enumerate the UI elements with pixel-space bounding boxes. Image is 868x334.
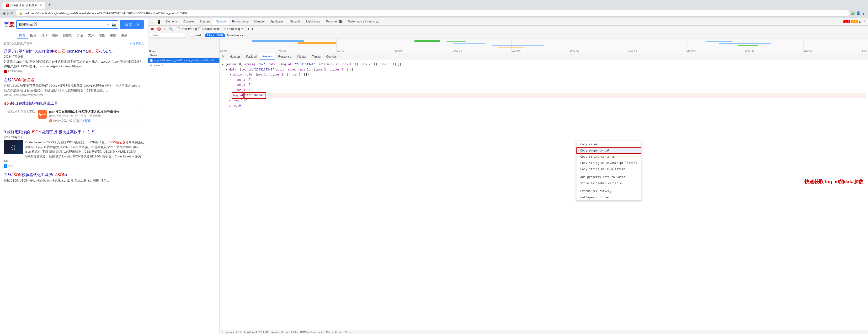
invert-checkbox[interactable] — [190, 34, 193, 37]
dt-device-btn[interactable]: 📱 — [155, 18, 163, 25]
result-title-3[interactable]: json接口在线测试-在线调试工具 — [4, 101, 144, 106]
devtools-panel: ⬚ 📱 Elements Console Sources Network Per… — [148, 18, 868, 334]
record-btn[interactable]: ⏺ — [150, 27, 155, 31]
download-btn[interactable]: ⬇ — [251, 27, 254, 31]
detail-tab-response[interactable]: Response — [275, 53, 294, 60]
json-root-expanded: ▼ data: {log_id: "2758164341", action_ru… — [222, 67, 866, 109]
devtools-settings-btn[interactable]: ⚙ — [859, 20, 862, 24]
nav-image[interactable]: 图片 — [28, 32, 39, 39]
search-box[interactable]: json验证器 ✕ 📷 — [16, 20, 118, 29]
json-pos2-row[interactable]: ▶ pos_2: [] — [233, 83, 866, 88]
new-tab-btn[interactable]: + — [46, 1, 53, 8]
preserve-log-label[interactable]: Preserve log — [177, 27, 197, 31]
search-tools-btn[interactable]: ▼ 搜索工具 — [129, 41, 144, 45]
ctx-copy-string-contents[interactable]: Copy string contents — [577, 154, 641, 160]
search-submit-btn[interactable]: 百度一下 — [120, 20, 144, 29]
nav-map[interactable]: 地图 — [97, 32, 108, 39]
disable-cache-label[interactable]: Disable cache — [198, 27, 220, 31]
devtools-more-btn[interactable]: ⋮ — [863, 20, 866, 24]
action-rule-arrow[interactable]: ▼ — [230, 72, 232, 77]
filter-input[interactable] — [150, 33, 186, 38]
json-log-id-row[interactable]: ▶ log_id: "2758164341" — [229, 93, 866, 98]
tab-performance[interactable]: Performance — [229, 18, 251, 26]
detail-tab-timing[interactable]: Timing — [309, 53, 323, 60]
menu-btn[interactable]: ⋮ — [862, 11, 866, 16]
detail-tab-headers[interactable]: Headers — [227, 53, 243, 60]
browser-tab[interactable]: 百 json验证器_百度搜索 ✕ — [2, 2, 45, 9]
ctx-copy-value[interactable]: Copy value — [577, 141, 641, 147]
ctx-expand-recursively[interactable]: Expand recursively — [577, 188, 641, 194]
ctx-store-global[interactable]: Store as global variable — [577, 180, 641, 186]
tab-perf-insights[interactable]: Performance insights 🔬 — [345, 18, 382, 26]
result-title-4[interactable]: 9 款好用到爆的 JSON 处理工具,极大提高效率！- 知乎 — [4, 130, 144, 135]
json-pos1-row[interactable]: ▶ pos_1: [] — [233, 78, 866, 83]
filter-toggle-btn[interactable]: ▽ — [163, 27, 167, 31]
root-content: {errno: 0, errmsg: "ok", data: {log_id: … — [225, 62, 401, 67]
tab-network[interactable]: Network — [213, 18, 229, 26]
result-title-1[interactable]: 只需5 行即可制作 JSON 文件验证器_jsonschema验证器-CSDN.… — [4, 49, 144, 54]
disable-cache-checkbox[interactable] — [198, 27, 201, 30]
tab-elements[interactable]: Elements — [163, 18, 181, 26]
search-camera-icon[interactable]: 📷 — [112, 23, 116, 27]
detail-tab-payload[interactable]: Payload — [243, 53, 259, 60]
preserve-log-checkbox[interactable] — [177, 27, 180, 30]
tab-recorder[interactable]: Recorder 🎥 — [323, 18, 345, 26]
search-clear-icon[interactable]: ✕ — [107, 23, 110, 27]
more-filters-btn[interactable]: More filters ▾ — [227, 34, 244, 37]
data-arrow[interactable]: ▼ — [226, 67, 229, 72]
star-icon[interactable]: ☆ — [843, 11, 846, 15]
reload-btn[interactable]: ↺ — [11, 11, 14, 15]
nav-news[interactable]: 资讯 — [39, 32, 50, 39]
clear-btn[interactable]: 🚫 — [156, 27, 162, 31]
address-bar[interactable]: 🔒 baidu.com/s?ie=utf-8&csrv_bp=1&rsv_idx… — [15, 10, 849, 17]
throttling-select[interactable]: No throttling Fast 3G Slow 3G — [223, 27, 244, 31]
upload-btn[interactable]: ⬆ — [247, 27, 250, 31]
tab-close-icon[interactable]: ✕ — [40, 4, 42, 7]
result-title-2[interactable]: 在线JSON 验证器 — [4, 78, 144, 83]
nav-more[interactable]: 更多 — [119, 32, 130, 39]
detail-tab-initiator[interactable]: Initiator — [294, 53, 309, 60]
ctx-copy-json-literal[interactable]: Copy string as JSON literal — [577, 166, 641, 172]
request-row-1[interactable]: 📄 sugrec?&prod=pc_his&from=pc_web&json=1… — [148, 58, 219, 63]
ctx-copy-js-literal[interactable]: Copy string as JavaScript literal — [577, 160, 641, 166]
tab-memory[interactable]: Memory — [251, 18, 268, 26]
tab-sources[interactable]: Sources — [197, 18, 213, 26]
nav-shopping[interactable]: 采购 — [108, 32, 119, 39]
nav-tieba[interactable]: 贴贴吧 — [61, 32, 75, 39]
invert-label[interactable]: Invert — [190, 34, 201, 37]
apifox-card: 最近1小时前有人下载 Apifox json接口在线测试,支持多种认证方式,支持… — [4, 107, 144, 125]
data-key: data — [229, 67, 236, 72]
detail-tab-cookies[interactable]: Cookies — [323, 53, 339, 60]
detail-close-btn[interactable]: ✕ — [220, 53, 227, 60]
fetch-xhr-chip[interactable]: 1 Fetch/XHR — [205, 33, 225, 37]
profile-btn[interactable]: 👤 — [856, 11, 860, 15]
ctx-add-to-watch[interactable]: Add property path to watch — [577, 174, 641, 180]
nav-webpage[interactable]: 网页 — [17, 32, 28, 39]
tab-lighthouse[interactable]: Lighthouse — [303, 18, 323, 26]
ctx-collapse-children[interactable]: Collapse children — [577, 194, 641, 201]
request-row-2[interactable]: ⟨⟩ pcsearch — [148, 63, 219, 68]
json-data-row[interactable]: ▼ data: {log_id: "2758164341", action_ru… — [225, 67, 866, 72]
detail-tab-preview[interactable]: Preview — [259, 53, 276, 60]
extensions-btn[interactable]: 🧩 — [851, 11, 855, 15]
json-errmsg-row[interactable]: ▶ errmsg: "ok" — [225, 98, 866, 103]
root-arrow[interactable]: ▶ — [222, 62, 225, 67]
forward-btn[interactable]: ▶ — [7, 11, 9, 16]
nav-wenku[interactable]: 文库 — [86, 32, 97, 39]
ctx-copy-property-path[interactable]: Copy property path — [577, 147, 641, 154]
search-btn[interactable]: 🔍 — [168, 27, 174, 31]
json-errno-row[interactable]: ▶ errno: 0 — [225, 103, 866, 109]
dt-inspect-btn[interactable]: ⬚ — [148, 18, 155, 25]
tab-console[interactable]: Console — [181, 18, 197, 26]
json-pos3-row[interactable]: ▶ pos_3: [] — [233, 88, 866, 93]
tab-security[interactable]: Security — [287, 18, 303, 26]
result-meta-1: 2023年7月16日 — [4, 55, 144, 59]
json-root-row[interactable]: ▶ {errno: 0, errmsg: "ok", data: {log_id… — [222, 62, 866, 67]
nav-zhidao[interactable]: 知道 — [75, 32, 86, 39]
json-action-rule-row[interactable]: ▼ action_rule: {pos_1: [], pos_2: [], po… — [229, 72, 866, 78]
tab-application[interactable]: Application — [268, 18, 287, 26]
detail-panel: ✕ Headers Payload Preview Response Initi… — [220, 53, 868, 334]
back-btn[interactable]: ◀ — [2, 11, 5, 16]
result-title-5[interactable]: 在线JSON校验格式化工具(Be JSON) — [4, 173, 144, 178]
nav-video[interactable]: 视频 — [50, 32, 61, 39]
